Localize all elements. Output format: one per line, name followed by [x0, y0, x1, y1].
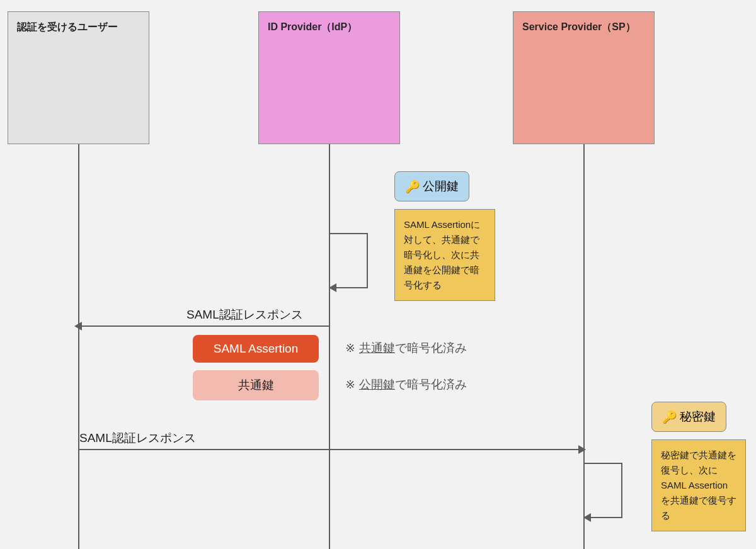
private-key-label: 秘密鍵 — [680, 409, 716, 425]
message-2-arrow — [578, 445, 586, 454]
annotation-1-rest: で暗号化済み — [395, 341, 467, 354]
lifeline-user — [78, 144, 79, 549]
key-icon: 🔑 — [662, 410, 677, 424]
participant-sp-label: Service Provider（SP） — [522, 21, 636, 32]
participant-idp-label: ID Provider（IdP） — [268, 21, 357, 32]
note-decrypt: 秘密鍵で共通鍵を復号し、次に SAML Assertionを共通鍵で復号する — [651, 439, 746, 531]
note-encrypt-text: SAML Assertionに対して、共通鍵で暗号化し、次に共通鍵を公開鍵で暗号… — [404, 219, 480, 290]
public-key-label: 公開鍵 — [423, 178, 459, 195]
chip-shared-key: 共通鍵 — [193, 370, 319, 400]
message-2-label: SAML認証レスポンス — [79, 430, 196, 446]
annotation-shared-key: ※共通鍵で暗号化済み — [345, 340, 467, 356]
note-decrypt-text: 秘密鍵で共通鍵を復号し、次に SAML Assertionを共通鍵で復号する — [661, 450, 736, 521]
self-message-idp — [330, 233, 368, 288]
annotation-1-star: ※ — [345, 341, 355, 354]
annotation-2-rest: で暗号化済み — [395, 378, 467, 391]
lifeline-idp — [329, 144, 330, 549]
participant-idp: ID Provider（IdP） — [258, 11, 400, 144]
message-1-line — [79, 325, 329, 327]
note-encrypt: SAML Assertionに対して、共通鍵で暗号化し、次に共通鍵を公開鍵で暗号… — [394, 209, 495, 301]
self-message-sp — [585, 463, 622, 518]
private-key-badge: 🔑 秘密鍵 — [651, 402, 726, 432]
annotation-public-key: ※公開鍵で暗号化済み — [345, 376, 467, 393]
participant-user-label: 認証を受けるユーザー — [17, 21, 118, 32]
annotation-2-star: ※ — [345, 378, 355, 391]
message-1-label: SAML認証レスポンス — [186, 307, 303, 323]
chip-shared-key-label: 共通鍵 — [238, 378, 274, 392]
participant-sp: Service Provider（SP） — [513, 11, 655, 144]
message-1-arrow — [74, 322, 82, 331]
annotation-1-key: 共通鍵 — [359, 341, 395, 354]
annotation-2-key: 公開鍵 — [359, 378, 395, 391]
key-icon: 🔑 — [405, 179, 420, 194]
public-key-badge: 🔑 公開鍵 — [394, 171, 469, 201]
chip-saml-assertion: SAML Assertion — [193, 335, 319, 363]
message-2-line — [79, 449, 583, 450]
chip-saml-assertion-label: SAML Assertion — [214, 342, 298, 355]
participant-user: 認証を受けるユーザー — [8, 11, 149, 144]
